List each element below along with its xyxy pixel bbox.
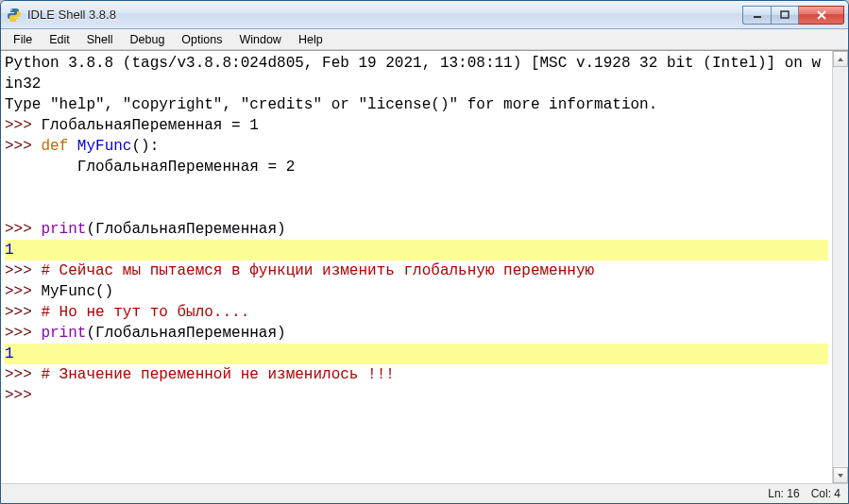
window-controls bbox=[742, 6, 844, 25]
menu-debug[interactable]: Debug bbox=[122, 31, 174, 48]
menu-edit[interactable]: Edit bbox=[41, 31, 78, 48]
builtin-print: print bbox=[41, 221, 86, 238]
scroll-up-button[interactable] bbox=[833, 51, 848, 67]
window-title: IDLE Shell 3.8.8 bbox=[27, 8, 742, 22]
comment-line: # Но не тут то было.... bbox=[41, 304, 249, 321]
prompt: >>> bbox=[5, 221, 41, 238]
comment-line: # Сейчас мы пытаемся в функции изменить … bbox=[41, 262, 594, 279]
menu-shell[interactable]: Shell bbox=[78, 31, 122, 48]
prompt: >>> bbox=[5, 304, 41, 321]
status-column: Col: 4 bbox=[811, 487, 841, 500]
vertical-scrollbar[interactable] bbox=[832, 51, 848, 483]
output-line: 1 bbox=[5, 240, 828, 260]
editor-area: Python 3.8.8 (tags/v3.8.8:024d805, Feb 1… bbox=[1, 50, 848, 483]
comment-line: # Значение переменной не изменилось !!! bbox=[41, 366, 394, 383]
close-button[interactable] bbox=[799, 6, 844, 25]
menu-bar: File Edit Shell Debug Options Window Hel… bbox=[1, 29, 848, 50]
func-name: MyFunc bbox=[68, 138, 131, 155]
code-text: (ГлобальнаяПеременная) bbox=[86, 325, 285, 342]
prompt: >>> bbox=[5, 117, 41, 134]
svg-point-1 bbox=[16, 19, 18, 21]
code-text: (ГлобальнаяПеременная) bbox=[86, 221, 285, 238]
minimize-button[interactable] bbox=[742, 6, 771, 25]
menu-window[interactable]: Window bbox=[230, 31, 289, 48]
status-bar: Ln: 16 Col: 4 bbox=[1, 483, 848, 503]
prompt: >>> bbox=[5, 283, 41, 300]
svg-point-0 bbox=[10, 9, 12, 11]
svg-rect-2 bbox=[754, 16, 761, 18]
svg-rect-3 bbox=[781, 11, 789, 18]
maximize-button[interactable] bbox=[771, 6, 799, 25]
banner-line: Python 3.8.8 (tags/v3.8.8:024d805, Feb 1… bbox=[5, 55, 821, 92]
keyword-def: def bbox=[41, 138, 68, 155]
output-line: 1 bbox=[5, 344, 828, 364]
app-window: IDLE Shell 3.8.8 File Edit Shell Debug O… bbox=[0, 0, 849, 504]
prompt: >>> bbox=[5, 138, 41, 155]
status-line: Ln: 16 bbox=[768, 487, 799, 500]
title-bar[interactable]: IDLE Shell 3.8.8 bbox=[1, 1, 848, 29]
builtin-print: print bbox=[41, 325, 86, 342]
code-line: ГлобальнаяПеременная = 1 bbox=[41, 117, 258, 134]
menu-help[interactable]: Help bbox=[290, 31, 331, 48]
code-line: MyFunc() bbox=[41, 283, 113, 300]
shell-text[interactable]: Python 3.8.8 (tags/v3.8.8:024d805, Feb 1… bbox=[1, 51, 832, 483]
banner-line: Type "help", "copyright", "credits" or "… bbox=[5, 96, 657, 113]
scroll-down-button[interactable] bbox=[833, 467, 848, 483]
code-line: ГлобальнаяПеременная = 2 bbox=[5, 159, 295, 176]
prompt: >>> bbox=[5, 366, 41, 383]
scroll-track[interactable] bbox=[833, 67, 848, 467]
prompt: >>> bbox=[5, 387, 41, 404]
python-icon bbox=[7, 8, 22, 23]
code-text: (): bbox=[131, 138, 159, 155]
prompt: >>> bbox=[5, 262, 41, 279]
prompt: >>> bbox=[5, 325, 41, 342]
menu-options[interactable]: Options bbox=[173, 31, 230, 48]
menu-file[interactable]: File bbox=[5, 31, 41, 48]
